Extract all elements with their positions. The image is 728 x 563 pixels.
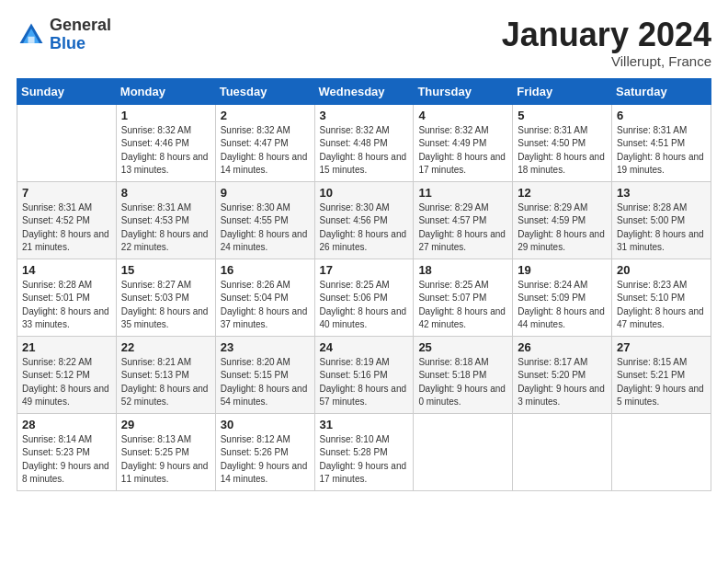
day-number: 2 bbox=[221, 109, 310, 122]
logo-blue: Blue bbox=[50, 35, 111, 53]
day-cell: 30Sunrise: 8:12 AMSunset: 5:26 PMDayligh… bbox=[215, 413, 314, 490]
day-cell bbox=[414, 413, 513, 490]
day-info: Sunrise: 8:14 AMSunset: 5:23 PMDaylight:… bbox=[22, 433, 111, 487]
day-cell bbox=[513, 413, 612, 490]
day-cell bbox=[17, 104, 117, 181]
day-cell: 17Sunrise: 8:25 AMSunset: 5:06 PMDayligh… bbox=[314, 259, 414, 336]
day-number: 3 bbox=[320, 109, 409, 122]
day-number: 8 bbox=[121, 186, 210, 200]
day-number: 16 bbox=[221, 263, 310, 277]
day-cell: 16Sunrise: 8:26 AMSunset: 5:04 PMDayligh… bbox=[215, 259, 314, 336]
day-number: 1 bbox=[121, 109, 210, 122]
month-title: January 2024 bbox=[502, 17, 711, 53]
day-cell: 6Sunrise: 8:31 AMSunset: 4:51 PMDaylight… bbox=[612, 104, 711, 181]
day-info: Sunrise: 8:28 AMSunset: 5:01 PMDaylight:… bbox=[22, 279, 111, 332]
day-number: 24 bbox=[320, 340, 409, 354]
day-cell: 15Sunrise: 8:27 AMSunset: 5:03 PMDayligh… bbox=[116, 259, 215, 336]
day-info: Sunrise: 8:31 AMSunset: 4:51 PMDaylight:… bbox=[617, 124, 706, 178]
day-info: Sunrise: 8:18 AMSunset: 5:18 PMDaylight:… bbox=[418, 356, 507, 409]
day-number: 30 bbox=[221, 418, 310, 431]
day-cell: 24Sunrise: 8:19 AMSunset: 5:16 PMDayligh… bbox=[314, 336, 414, 413]
day-cell: 1Sunrise: 8:32 AMSunset: 4:46 PMDaylight… bbox=[116, 104, 215, 181]
day-cell: 27Sunrise: 8:15 AMSunset: 5:21 PMDayligh… bbox=[612, 336, 711, 413]
day-number: 22 bbox=[121, 340, 210, 354]
day-cell: 10Sunrise: 8:30 AMSunset: 4:56 PMDayligh… bbox=[314, 181, 414, 259]
week-row-3: 21Sunrise: 8:22 AMSunset: 5:12 PMDayligh… bbox=[17, 336, 711, 413]
weekday-thursday: Thursday bbox=[414, 78, 513, 104]
day-number: 10 bbox=[320, 186, 409, 200]
day-cell: 20Sunrise: 8:23 AMSunset: 5:10 PMDayligh… bbox=[612, 259, 711, 336]
day-info: Sunrise: 8:21 AMSunset: 5:13 PMDaylight:… bbox=[121, 356, 210, 409]
day-cell: 8Sunrise: 8:31 AMSunset: 4:53 PMDaylight… bbox=[116, 181, 215, 259]
day-info: Sunrise: 8:20 AMSunset: 5:15 PMDaylight:… bbox=[221, 356, 310, 409]
day-number: 11 bbox=[418, 186, 507, 200]
day-cell: 13Sunrise: 8:28 AMSunset: 5:00 PMDayligh… bbox=[612, 181, 711, 259]
day-number: 28 bbox=[22, 418, 111, 431]
day-cell: 9Sunrise: 8:30 AMSunset: 4:55 PMDaylight… bbox=[215, 181, 314, 259]
day-number: 18 bbox=[418, 263, 507, 277]
weekday-monday: Monday bbox=[116, 78, 215, 104]
day-number: 20 bbox=[617, 263, 706, 277]
day-info: Sunrise: 8:23 AMSunset: 5:10 PMDaylight:… bbox=[617, 279, 706, 332]
day-info: Sunrise: 8:22 AMSunset: 5:12 PMDaylight:… bbox=[22, 356, 111, 409]
day-info: Sunrise: 8:28 AMSunset: 5:00 PMDaylight:… bbox=[617, 201, 706, 255]
day-cell: 31Sunrise: 8:10 AMSunset: 5:28 PMDayligh… bbox=[314, 413, 414, 490]
day-info: Sunrise: 8:19 AMSunset: 5:16 PMDaylight:… bbox=[320, 356, 409, 409]
week-row-4: 28Sunrise: 8:14 AMSunset: 5:23 PMDayligh… bbox=[17, 413, 711, 490]
day-number: 13 bbox=[617, 186, 706, 200]
weekday-wednesday: Wednesday bbox=[314, 78, 414, 104]
svg-rect-2 bbox=[28, 37, 34, 43]
day-number: 29 bbox=[121, 418, 210, 431]
day-number: 5 bbox=[518, 109, 607, 122]
day-info: Sunrise: 8:30 AMSunset: 4:56 PMDaylight:… bbox=[320, 201, 409, 255]
logo-general: General bbox=[50, 17, 111, 35]
day-cell: 4Sunrise: 8:32 AMSunset: 4:49 PMDaylight… bbox=[414, 104, 513, 181]
day-number: 6 bbox=[617, 109, 706, 122]
day-cell: 2Sunrise: 8:32 AMSunset: 4:47 PMDaylight… bbox=[215, 104, 314, 181]
day-cell: 26Sunrise: 8:17 AMSunset: 5:20 PMDayligh… bbox=[513, 336, 612, 413]
day-number: 25 bbox=[418, 340, 507, 354]
day-cell bbox=[612, 413, 711, 490]
day-info: Sunrise: 8:27 AMSunset: 5:03 PMDaylight:… bbox=[121, 279, 210, 332]
day-cell: 3Sunrise: 8:32 AMSunset: 4:48 PMDaylight… bbox=[314, 104, 414, 181]
day-info: Sunrise: 8:13 AMSunset: 5:25 PMDaylight:… bbox=[121, 433, 210, 487]
logo-icon bbox=[17, 20, 46, 50]
day-info: Sunrise: 8:10 AMSunset: 5:28 PMDaylight:… bbox=[320, 433, 409, 487]
day-cell: 5Sunrise: 8:31 AMSunset: 4:50 PMDaylight… bbox=[513, 104, 612, 181]
weekday-header-row: SundayMondayTuesdayWednesdayThursdayFrid… bbox=[17, 78, 711, 104]
day-info: Sunrise: 8:25 AMSunset: 5:07 PMDaylight:… bbox=[418, 279, 507, 332]
day-cell: 22Sunrise: 8:21 AMSunset: 5:13 PMDayligh… bbox=[116, 336, 215, 413]
calendar-table: SundayMondayTuesdayWednesdayThursdayFrid… bbox=[17, 78, 711, 491]
day-info: Sunrise: 8:17 AMSunset: 5:20 PMDaylight:… bbox=[518, 356, 607, 409]
week-row-1: 7Sunrise: 8:31 AMSunset: 4:52 PMDaylight… bbox=[17, 181, 711, 259]
day-info: Sunrise: 8:32 AMSunset: 4:46 PMDaylight:… bbox=[121, 124, 210, 178]
day-number: 4 bbox=[418, 109, 507, 122]
day-number: 31 bbox=[320, 418, 409, 431]
day-info: Sunrise: 8:32 AMSunset: 4:49 PMDaylight:… bbox=[418, 124, 507, 178]
day-number: 21 bbox=[22, 340, 111, 354]
day-number: 7 bbox=[22, 186, 111, 200]
weekday-friday: Friday bbox=[513, 78, 612, 104]
title-block: January 2024 Villerupt, France bbox=[502, 17, 711, 69]
weekday-tuesday: Tuesday bbox=[215, 78, 314, 104]
day-info: Sunrise: 8:32 AMSunset: 4:47 PMDaylight:… bbox=[221, 124, 310, 178]
day-cell: 7Sunrise: 8:31 AMSunset: 4:52 PMDaylight… bbox=[17, 181, 117, 259]
day-cell: 14Sunrise: 8:28 AMSunset: 5:01 PMDayligh… bbox=[17, 259, 117, 336]
weekday-saturday: Saturday bbox=[612, 78, 711, 104]
day-info: Sunrise: 8:29 AMSunset: 4:59 PMDaylight:… bbox=[518, 201, 607, 255]
day-info: Sunrise: 8:31 AMSunset: 4:50 PMDaylight:… bbox=[518, 124, 607, 178]
day-info: Sunrise: 8:29 AMSunset: 4:57 PMDaylight:… bbox=[418, 201, 507, 255]
week-row-0: 1Sunrise: 8:32 AMSunset: 4:46 PMDaylight… bbox=[17, 104, 711, 181]
day-info: Sunrise: 8:26 AMSunset: 5:04 PMDaylight:… bbox=[221, 279, 310, 332]
day-number: 9 bbox=[221, 186, 310, 200]
day-number: 14 bbox=[22, 263, 111, 277]
weekday-sunday: Sunday bbox=[17, 78, 117, 104]
day-cell: 28Sunrise: 8:14 AMSunset: 5:23 PMDayligh… bbox=[17, 413, 117, 490]
day-number: 27 bbox=[617, 340, 706, 354]
page: General Blue January 2024 Villerupt, Fra… bbox=[0, 0, 728, 563]
header: General Blue January 2024 Villerupt, Fra… bbox=[17, 17, 711, 69]
day-cell: 12Sunrise: 8:29 AMSunset: 4:59 PMDayligh… bbox=[513, 181, 612, 259]
day-info: Sunrise: 8:32 AMSunset: 4:48 PMDaylight:… bbox=[320, 124, 409, 178]
day-cell: 21Sunrise: 8:22 AMSunset: 5:12 PMDayligh… bbox=[17, 336, 117, 413]
day-number: 17 bbox=[320, 263, 409, 277]
